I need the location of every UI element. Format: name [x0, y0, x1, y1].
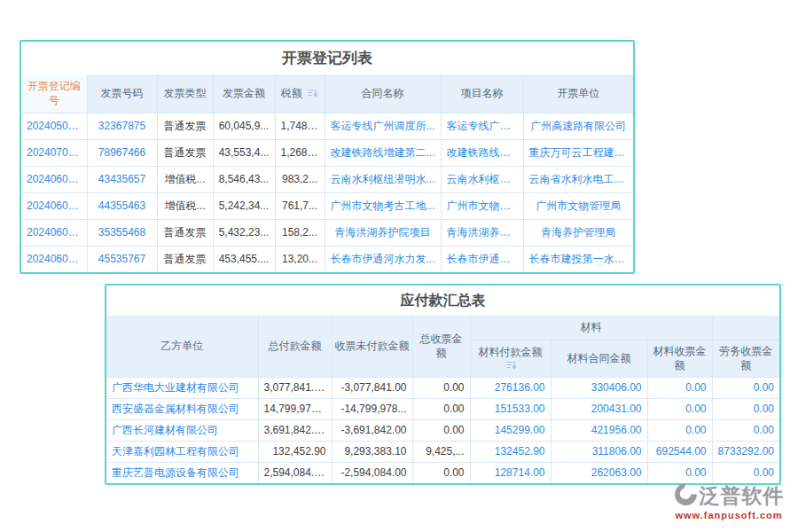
payables-table-title: 应付款汇总表	[106, 286, 779, 316]
invoice-reg-no-cell[interactable]: 2024050004	[21, 113, 87, 139]
tax-amount-cell: 761,7...	[275, 192, 325, 219]
header-row: 开票登记编号 发票号码 发票类型 发票金额 税额	[21, 74, 633, 113]
invoice-no-cell[interactable]: 78967466	[87, 139, 157, 166]
invoice-type-cell: 普通发票	[157, 246, 213, 272]
labor-receipt-cell[interactable]: 0.00	[712, 462, 779, 483]
material-payment-cell[interactable]: 145299.00	[470, 419, 551, 441]
project-name-cell[interactable]: 广州市文物考...	[441, 192, 523, 219]
invoice-reg-no-cell[interactable]: 2024060010	[21, 246, 87, 272]
invoice-type-cell: 增值税...	[157, 166, 213, 192]
party-b-unit-cell[interactable]: 天津嘉利园林工程有限公司	[106, 441, 258, 462]
col-header-material-receipt: 材料收票金额	[647, 340, 712, 377]
invoicing-unit-cell[interactable]: 长春市建投第一水利...	[523, 246, 633, 272]
col-header-invoice-type: 发票类型	[157, 74, 213, 113]
col-header-invoice-no: 发票号码	[87, 74, 157, 113]
table-row: 202406000144355463增值税...5,242,34...761,7…	[21, 192, 633, 219]
fanpu-logo: 泛普软件 www.fanpusoft.com	[660, 482, 798, 520]
material-receipt-cell[interactable]: 0.00	[647, 462, 712, 483]
sort-icon[interactable]	[308, 87, 318, 101]
material-contract-cell[interactable]: 200431.00	[551, 398, 647, 419]
payables-summary-panel: 应付款汇总表 乙方单位 总付款金额 收票未付款金额 总收票金额	[105, 284, 781, 485]
labor-receipt-cell[interactable]: 0.00	[712, 398, 779, 419]
material-contract-cell[interactable]: 421956.00	[551, 419, 647, 441]
invoice-amount-cell: 5,432,23...	[213, 219, 275, 246]
invoice-type-cell: 普通发票	[157, 139, 213, 166]
material-contract-cell[interactable]: 262063.00	[551, 462, 647, 483]
total-payment-cell: 3,077,841.00	[258, 377, 332, 398]
fanpu-logo-icon	[674, 482, 698, 510]
material-receipt-cell[interactable]: 0.00	[647, 398, 712, 419]
invoice-no-cell[interactable]: 35355468	[87, 219, 157, 246]
invoicing-unit-cell[interactable]: 云南省水利水电工程...	[523, 166, 633, 192]
invoice-no-cell[interactable]: 45535767	[87, 246, 157, 272]
receipted-unpaid-cell: -3,691,842.00	[332, 419, 412, 441]
project-name-cell[interactable]: 改建铁路线增...	[441, 139, 523, 166]
party-b-unit-cell[interactable]: 广西长河建材有限公司	[106, 419, 258, 441]
party-b-unit-cell[interactable]: 广西华电大业建材有限公司	[106, 377, 258, 398]
project-name-cell[interactable]: 长春市伊通河...	[441, 246, 523, 272]
project-name-cell[interactable]: 青海洪湖养护...	[441, 219, 523, 246]
fanpu-logo-text: 泛普软件	[700, 482, 785, 510]
project-name-cell[interactable]: 客运专线广州...	[441, 113, 523, 139]
labor-receipt-cell[interactable]: 8733292.00	[712, 441, 779, 462]
material-payment-cell[interactable]: 151533.00	[470, 398, 551, 419]
invoice-no-cell[interactable]: 43435657	[87, 166, 157, 192]
invoice-type-cell: 增值税...	[157, 192, 213, 219]
material-contract-cell[interactable]: 330406.00	[551, 377, 647, 398]
invoice-reg-no-cell[interactable]: 2024070002	[21, 139, 87, 166]
receipted-unpaid-cell: -14,799,978...	[332, 398, 412, 419]
table-row: 202407000278967466普通发票43,553,4...1,268,.…	[21, 139, 633, 166]
invoice-reg-no-cell[interactable]: 2024060007	[21, 219, 87, 246]
material-receipt-cell[interactable]: 0.00	[647, 377, 712, 398]
sort-icon[interactable]	[476, 361, 548, 372]
group-header-material: 材料	[470, 316, 712, 340]
contract-name-cell[interactable]: 广州市文物考古工地...	[325, 192, 441, 219]
table-row: 202406000943435657增值税...8,546,43...983,2…	[21, 166, 633, 192]
invoice-amount-cell: 5,242,34...	[213, 192, 275, 219]
contract-name-cell[interactable]: 改建铁路线增建第二...	[325, 139, 441, 166]
fanpu-logo-url[interactable]: www.fanpusoft.com	[660, 510, 798, 520]
invoice-no-cell[interactable]: 44355463	[87, 192, 157, 219]
contract-name-cell[interactable]: 云南水利枢纽潜明水...	[325, 166, 441, 192]
total-payment-cell: 2,594,084.00	[258, 462, 332, 483]
invoicing-unit-cell[interactable]: 青海养护管理局	[523, 219, 633, 246]
material-receipt-cell[interactable]: 0.00	[647, 419, 712, 441]
party-b-unit-cell[interactable]: 西安盛器金属材料有限公司	[106, 398, 258, 419]
invoice-type-cell: 普通发票	[157, 219, 213, 246]
receipted-unpaid-cell: -2,594,084.00	[332, 462, 412, 483]
invoice-no-cell[interactable]: 32367875	[87, 113, 157, 139]
col-header-invoice-reg-no: 开票登记编号	[21, 74, 87, 113]
total-receipt-cell: 0.00	[412, 398, 470, 419]
total-receipt-cell: 0.00	[412, 419, 470, 441]
project-name-cell[interactable]: 云南水利枢纽...	[441, 166, 523, 192]
party-b-unit-cell[interactable]: 重庆艺普电源设备有限公司	[106, 462, 258, 483]
total-receipt-cell: 9,425,...	[412, 441, 470, 462]
invoicing-unit-cell[interactable]: 广州高速路有限公司	[523, 113, 633, 139]
group-header-row: 乙方单位 总付款金额 收票未付款金额 总收票金额 材料	[106, 316, 779, 340]
labor-receipt-cell[interactable]: 0.00	[712, 377, 779, 398]
invoice-amount-cell: 43,553,4...	[213, 139, 275, 166]
contract-name-cell[interactable]: 长春市伊通河水力发...	[325, 246, 441, 272]
invoice-reg-no-cell[interactable]: 2024060001	[21, 192, 87, 219]
labor-receipt-cell[interactable]: 0.00	[712, 419, 779, 441]
col-header-material-payment[interactable]: 材料付款金额	[470, 340, 551, 377]
material-payment-cell[interactable]: 276136.00	[470, 377, 551, 398]
total-payment-cell: 14,799,978...	[258, 398, 332, 419]
material-receipt-cell[interactable]: 692544.00	[647, 441, 712, 462]
tax-amount-cell: 1,748,...	[275, 113, 325, 139]
table-row: 重庆艺普电源设备有限公司2,594,084.00-2,594,084.000.0…	[106, 462, 779, 483]
col-header-tax-amount[interactable]: 税额	[275, 74, 325, 113]
invoice-reg-no-cell[interactable]: 2024060009	[21, 166, 87, 192]
material-payment-cell[interactable]: 132452.90	[470, 441, 551, 462]
invoice-amount-cell: 8,546,43...	[213, 166, 275, 192]
table-row: 天津嘉利园林工程有限公司132,452.909,293,383.109,425,…	[106, 441, 779, 462]
invoicing-unit-cell[interactable]: 广州市文物管理局	[523, 192, 633, 219]
material-contract-cell[interactable]: 311806.00	[551, 441, 647, 462]
invoicing-unit-cell[interactable]: 重庆万可云工程建设...	[523, 139, 633, 166]
contract-name-cell[interactable]: 客运专线广州调度所...	[325, 113, 441, 139]
invoice-amount-cell: 453,455....	[213, 246, 275, 272]
material-payment-cell[interactable]: 128714.00	[470, 462, 551, 483]
tax-amount-cell: 1,268,...	[275, 139, 325, 166]
contract-name-cell[interactable]: 青海洪湖养护院项目	[325, 219, 441, 246]
tax-amount-cell: 158,2...	[275, 219, 325, 246]
